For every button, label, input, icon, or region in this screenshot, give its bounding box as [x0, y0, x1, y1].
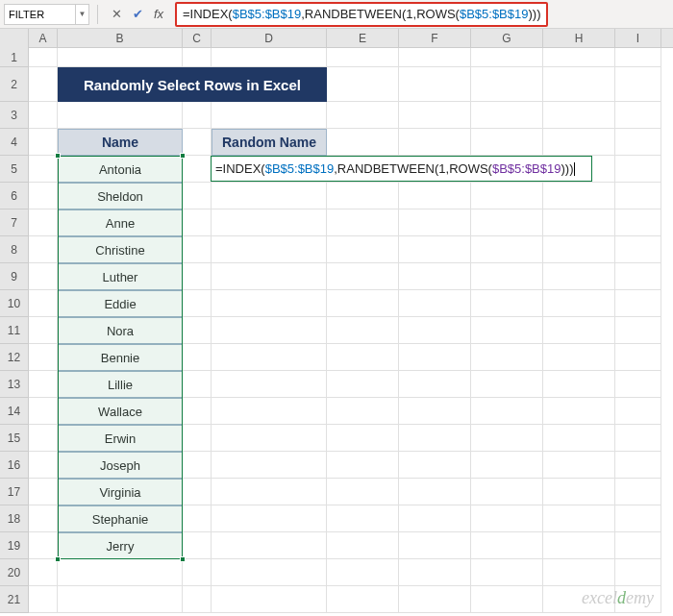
- cell[interactable]: [471, 344, 543, 371]
- cell[interactable]: [399, 290, 471, 317]
- cell[interactable]: [543, 48, 615, 67]
- cell[interactable]: [212, 532, 327, 559]
- cell[interactable]: [183, 398, 212, 425]
- cell[interactable]: [212, 398, 327, 425]
- enter-icon[interactable]: ✔: [127, 4, 148, 25]
- selection-handle[interactable]: [55, 556, 61, 562]
- cell[interactable]: [183, 586, 212, 613]
- cell[interactable]: [615, 67, 661, 102]
- cell[interactable]: [399, 263, 471, 290]
- cell[interactable]: [183, 102, 212, 129]
- cell[interactable]: [183, 317, 212, 344]
- cell[interactable]: [183, 479, 212, 505]
- cell[interactable]: [183, 263, 212, 290]
- cell[interactable]: [615, 290, 661, 317]
- col-header-G[interactable]: G: [471, 29, 543, 47]
- row-header[interactable]: 18: [0, 505, 29, 532]
- cell[interactable]: [212, 317, 327, 344]
- cell[interactable]: [183, 129, 212, 156]
- row-header[interactable]: 20: [0, 559, 29, 586]
- name-cell[interactable]: Lillie: [58, 371, 183, 398]
- row-header[interactable]: 15: [0, 425, 29, 452]
- name-cell[interactable]: Sheldon: [58, 183, 183, 209]
- cell[interactable]: [615, 479, 661, 505]
- row-header[interactable]: 11: [0, 317, 29, 344]
- cancel-icon[interactable]: ✕: [106, 4, 127, 25]
- cell[interactable]: [615, 102, 661, 129]
- cell[interactable]: [471, 263, 543, 290]
- cell[interactable]: [615, 156, 661, 183]
- cell[interactable]: [543, 371, 615, 398]
- cell[interactable]: [399, 371, 471, 398]
- row-header[interactable]: 21: [0, 586, 29, 613]
- cell[interactable]: [183, 452, 212, 479]
- cell[interactable]: [212, 452, 327, 479]
- cell[interactable]: [183, 236, 212, 263]
- cell[interactable]: [399, 452, 471, 479]
- row-header[interactable]: 5: [0, 156, 29, 183]
- cell[interactable]: [543, 183, 615, 209]
- cell[interactable]: [183, 48, 212, 67]
- header-name[interactable]: Name: [58, 129, 183, 156]
- cell[interactable]: [399, 532, 471, 559]
- cell[interactable]: [58, 102, 183, 129]
- cell[interactable]: [327, 102, 399, 129]
- cell[interactable]: [327, 371, 399, 398]
- cell[interactable]: [615, 559, 661, 586]
- row-header[interactable]: 9: [0, 263, 29, 290]
- cell[interactable]: [471, 102, 543, 129]
- row-header[interactable]: 14: [0, 398, 29, 425]
- cell[interactable]: [327, 67, 399, 102]
- cell[interactable]: [543, 209, 615, 236]
- cell[interactable]: [183, 371, 212, 398]
- cell[interactable]: [29, 425, 58, 452]
- cell[interactable]: [615, 344, 661, 371]
- cell[interactable]: [29, 129, 58, 156]
- cell[interactable]: [327, 505, 399, 532]
- cell[interactable]: [399, 586, 471, 613]
- col-header-H[interactable]: H: [543, 29, 615, 47]
- cell[interactable]: [327, 398, 399, 425]
- row-header[interactable]: 7: [0, 209, 29, 236]
- cell[interactable]: [183, 505, 212, 532]
- cell[interactable]: [327, 559, 399, 586]
- cell[interactable]: [29, 505, 58, 532]
- row-header[interactable]: 2: [0, 67, 29, 102]
- row-header[interactable]: 10: [0, 290, 29, 317]
- cell[interactable]: [543, 236, 615, 263]
- cell[interactable]: [29, 371, 58, 398]
- name-cell[interactable]: Stephanie: [58, 505, 183, 532]
- cell[interactable]: [471, 505, 543, 532]
- cell[interactable]: [327, 532, 399, 559]
- cell[interactable]: [543, 129, 615, 156]
- cell[interactable]: [212, 559, 327, 586]
- cell[interactable]: [327, 48, 399, 67]
- cell[interactable]: [29, 479, 58, 505]
- row-header[interactable]: 6: [0, 183, 29, 209]
- cell[interactable]: [327, 209, 399, 236]
- cell[interactable]: [543, 317, 615, 344]
- select-all-corner[interactable]: [0, 29, 29, 48]
- cell[interactable]: [543, 452, 615, 479]
- cell[interactable]: [183, 532, 212, 559]
- cell[interactable]: [183, 156, 212, 183]
- row-header[interactable]: 8: [0, 236, 29, 263]
- cell[interactable]: [29, 586, 58, 613]
- cell[interactable]: [399, 425, 471, 452]
- cell[interactable]: [543, 344, 615, 371]
- cell[interactable]: [29, 48, 58, 67]
- cell[interactable]: [615, 236, 661, 263]
- name-cell[interactable]: Virginia: [58, 479, 183, 505]
- cell[interactable]: [615, 398, 661, 425]
- cell[interactable]: [471, 479, 543, 505]
- cell[interactable]: [58, 559, 183, 586]
- cell[interactable]: [327, 586, 399, 613]
- name-box-dropdown[interactable]: ▼: [76, 4, 89, 25]
- cell[interactable]: [212, 183, 327, 209]
- cell[interactable]: [29, 209, 58, 236]
- cell[interactable]: [29, 236, 58, 263]
- cell[interactable]: [399, 559, 471, 586]
- cell[interactable]: [58, 48, 183, 67]
- cell[interactable]: [615, 209, 661, 236]
- cell[interactable]: [543, 505, 615, 532]
